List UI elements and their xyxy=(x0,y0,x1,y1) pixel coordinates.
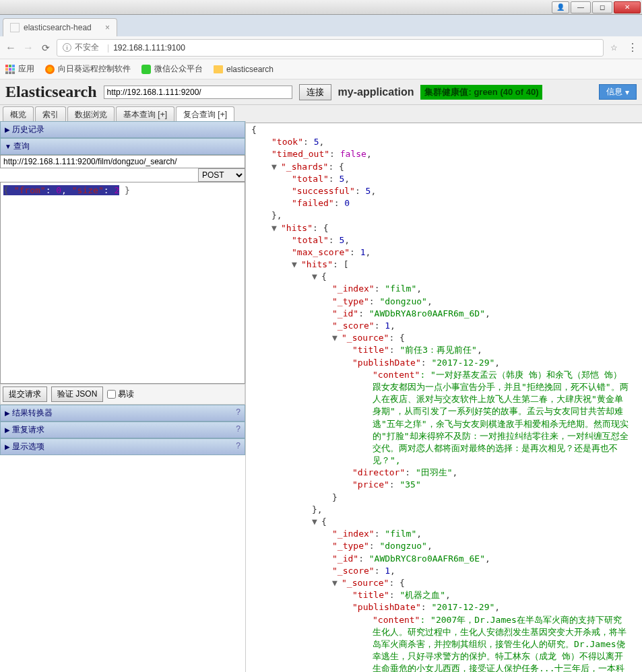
folder-icon xyxy=(214,65,223,73)
user-icon[interactable]: 👤 xyxy=(552,1,569,13)
close-tab-icon[interactable]: × xyxy=(105,23,110,32)
sunflower-bookmark[interactable]: 向日葵远程控制软件 xyxy=(45,63,131,75)
url-text: 192.168.1.111:9100 xyxy=(113,43,185,53)
menu-icon[interactable]: ⋮ xyxy=(627,41,638,54)
bookmark-star-icon[interactable]: ☆ xyxy=(610,43,618,53)
sunflower-icon xyxy=(45,65,55,74)
address-bar[interactable]: i 不安全 | 192.168.1.111:9100 xyxy=(57,39,604,57)
back-button[interactable]: ← xyxy=(4,42,18,54)
browser-tab-bar: elasticsearch-head × xyxy=(0,15,642,36)
reload-button[interactable]: ⟳ xyxy=(39,42,53,53)
close-button[interactable]: ✕ xyxy=(614,1,641,13)
minimize-button[interactable]: — xyxy=(571,1,591,13)
wechat-bookmark[interactable]: 微信公众平台 xyxy=(141,63,203,75)
bookmark-bar: 应用 向日葵远程控制软件 微信公众平台 elasticsearch xyxy=(0,59,642,79)
browser-toolbar: ← → ⟳ i 不安全 | 192.168.1.111:9100 ☆ ⋮ xyxy=(0,36,642,59)
wechat-icon xyxy=(141,65,151,74)
apps-bookmark[interactable]: 应用 xyxy=(5,63,34,75)
page-icon xyxy=(10,23,20,32)
insecure-label: 不安全 xyxy=(75,42,99,53)
forward-button[interactable]: → xyxy=(22,42,35,54)
info-icon[interactable]: i xyxy=(63,43,71,52)
es-bookmark[interactable]: elasticsearch xyxy=(214,65,274,74)
tab-title: elasticsearch-head xyxy=(24,23,92,32)
maximize-button[interactable]: ◻ xyxy=(592,1,612,13)
browser-tab[interactable]: elasticsearch-head × xyxy=(3,18,117,36)
apps-icon xyxy=(5,65,15,74)
window-titlebar: 👤 — ◻ ✕ xyxy=(0,0,642,15)
